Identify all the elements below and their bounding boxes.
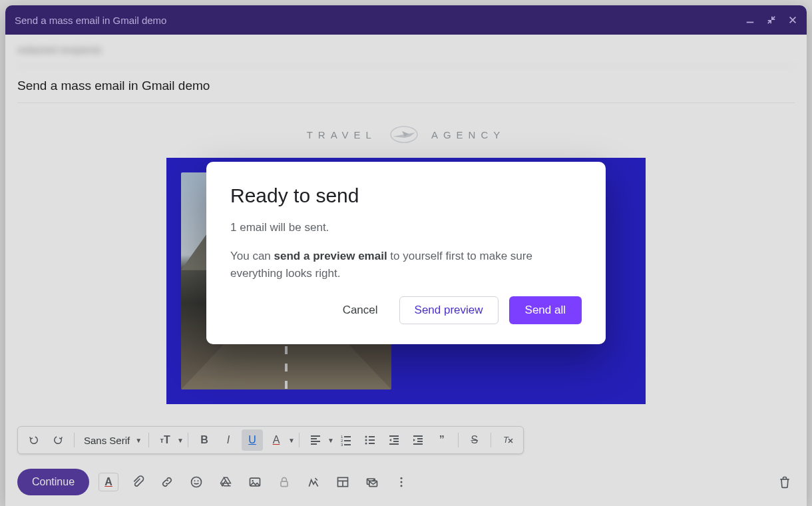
send-all-button[interactable]: Send all <box>509 296 582 324</box>
dialog-message-hint: You can send a preview email to yourself… <box>230 248 582 282</box>
dialog-message-count: 1 email will be sent. <box>230 219 582 236</box>
ready-to-send-dialog: Ready to send 1 email will be sent. You … <box>206 162 606 345</box>
modal-backdrop: Ready to send 1 email will be sent. You … <box>0 0 812 506</box>
dialog-title: Ready to send <box>230 184 582 207</box>
send-preview-button[interactable]: Send preview <box>399 296 499 324</box>
cancel-button[interactable]: Cancel <box>332 296 389 324</box>
